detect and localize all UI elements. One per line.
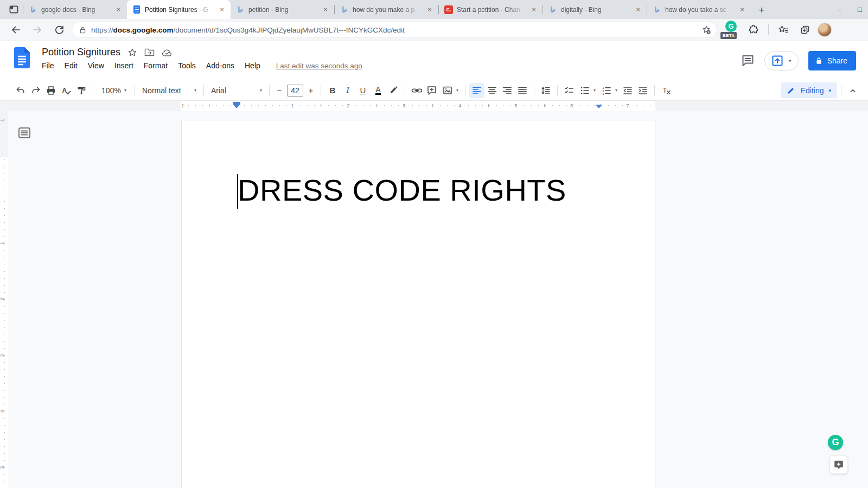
collections-button[interactable] — [796, 22, 814, 38]
highlight-color-button[interactable] — [386, 83, 401, 98]
increase-indent-button[interactable] — [635, 83, 650, 98]
redo-button[interactable] — [28, 83, 43, 98]
new-tab-button[interactable]: + — [754, 2, 769, 17]
tab-petition-bing[interactable]: petition - Bing × — [231, 0, 334, 19]
menu-format[interactable]: Format — [144, 61, 168, 70]
checklist-button[interactable] — [561, 83, 577, 98]
extensions-button[interactable] — [744, 22, 763, 38]
add-comment-button[interactable] — [424, 83, 439, 98]
grammarly-assistant-button[interactable]: G — [828, 435, 843, 450]
maximize-button[interactable]: □ — [852, 5, 868, 14]
star-document-button[interactable] — [127, 48, 137, 57]
toolbar-divider — [654, 85, 655, 96]
align-center-button[interactable] — [484, 83, 500, 98]
forward-button[interactable] — [28, 22, 47, 38]
menu-insert[interactable]: Insert — [114, 61, 133, 70]
grammarly-icon: G — [725, 21, 737, 32]
vertical-ruler[interactable]: 1 1 2 3 4 5 — [0, 111, 8, 488]
explore-button[interactable] — [829, 455, 848, 474]
url-domain: docs.google.com — [113, 26, 174, 34]
insert-link-button[interactable] — [409, 83, 424, 98]
last-edit-link[interactable]: Last edit was seconds ago — [276, 62, 362, 70]
menu-tools[interactable]: Tools — [178, 61, 196, 70]
browser-address-bar: https://docs.google.com/document/d/1scQu… — [0, 19, 868, 41]
document-text[interactable]: DRESS CODE RIGHTS — [238, 172, 566, 208]
text-color-button[interactable]: A — [371, 83, 386, 98]
tab-google-docs-bing[interactable]: google docs - Bing × — [23, 0, 127, 19]
tab-close-button[interactable]: × — [114, 5, 123, 14]
vertical-ruler-margin — [0, 111, 8, 157]
right-indent-marker[interactable] — [596, 105, 602, 108]
tab-close-button[interactable]: × — [634, 5, 642, 14]
hide-menus-button[interactable] — [845, 83, 860, 98]
text-color-icon: A — [375, 86, 380, 95]
ruler-number: 7 — [625, 102, 630, 108]
docs-header: Potition Signitures File Edit View Inser… — [0, 41, 868, 80]
font-select[interactable]: Arial▾ — [208, 83, 265, 98]
move-to-folder-button[interactable] — [144, 48, 155, 57]
align-right-button[interactable] — [500, 83, 515, 98]
refresh-button[interactable] — [50, 22, 68, 38]
tab-how-take-screenshot[interactable]: how do you take a sc × — [647, 0, 751, 19]
share-button[interactable]: Share — [808, 51, 856, 70]
paint-format-button[interactable] — [74, 83, 89, 98]
zoom-select[interactable]: 100%▾ — [97, 83, 131, 98]
docs-home-button[interactable] — [14, 47, 30, 68]
horizontal-ruler[interactable]: 1 1 2 3 4 5 6 7 — [0, 101, 868, 111]
insert-image-button[interactable]: ▾ — [439, 83, 461, 98]
increase-font-size-button[interactable]: + — [305, 83, 317, 98]
grammarly-extension-button[interactable]: G BETA — [720, 21, 741, 39]
url-field[interactable]: https://docs.google.com/document/d/1scQu… — [72, 22, 717, 38]
back-icon — [10, 24, 21, 35]
line-spacing-button[interactable] — [538, 83, 553, 98]
open-comments-button[interactable] — [741, 54, 755, 67]
bold-button[interactable]: B — [325, 83, 340, 98]
profile-avatar[interactable] — [818, 23, 832, 37]
menu-addons[interactable]: Add-ons — [206, 61, 234, 70]
tab-close-button[interactable]: × — [218, 5, 226, 14]
tab-how-make-petition[interactable]: how do you make a p × — [335, 0, 438, 19]
clear-formatting-button[interactable]: T — [659, 83, 674, 98]
add-favorite-icon[interactable] — [701, 25, 711, 35]
tab-close-button[interactable]: × — [321, 5, 330, 14]
back-button[interactable] — [7, 22, 25, 38]
tab-close-button[interactable]: × — [529, 5, 538, 14]
italic-button[interactable]: I — [340, 83, 355, 98]
ruler-number: 1 — [290, 102, 295, 108]
present-button[interactable]: ▾ — [764, 51, 799, 70]
align-left-button[interactable] — [469, 83, 484, 98]
paragraph-style-select[interactable]: Normal text▾ — [139, 83, 200, 98]
numbered-list-button[interactable]: 123▾ — [598, 83, 620, 98]
document-status-button[interactable] — [162, 48, 173, 57]
tab-title: Start a petition · Chan — [457, 6, 526, 14]
tab-potition-signitures[interactable]: Potition Signitures - G × — [127, 0, 231, 19]
document-page[interactable]: DRESS CODE RIGHTS — [181, 120, 655, 488]
decrease-font-size-button[interactable]: − — [273, 83, 285, 98]
menu-file[interactable]: File — [42, 61, 54, 70]
menu-edit[interactable]: Edit — [65, 61, 78, 70]
menu-view[interactable]: View — [88, 61, 104, 70]
document-title[interactable]: Potition Signitures — [42, 47, 120, 58]
left-indent-triangle[interactable] — [233, 105, 240, 108]
show-outline-button[interactable] — [17, 126, 31, 140]
editing-mode-select[interactable]: Editing ▾ — [781, 82, 837, 98]
underline-button[interactable]: U — [355, 83, 371, 98]
decrease-indent-button[interactable] — [620, 83, 635, 98]
tab-close-button[interactable]: × — [738, 5, 746, 14]
italic-icon: I — [347, 86, 349, 95]
print-button[interactable] — [43, 83, 59, 98]
font-size-field[interactable]: 42 — [287, 85, 303, 97]
undo-button[interactable] — [13, 83, 28, 98]
minimize-button[interactable]: – — [827, 5, 852, 14]
spellcheck-button[interactable]: A — [59, 83, 74, 98]
tab-change-org[interactable]: C. Start a petition · Chan × — [439, 0, 542, 19]
bulleted-list-button[interactable]: ▾ — [577, 83, 598, 98]
justify-button[interactable] — [515, 83, 530, 98]
left-indent-marker[interactable] — [233, 102, 240, 108]
favorites-button[interactable] — [774, 22, 793, 38]
tab-close-button[interactable]: × — [425, 5, 434, 14]
menu-help[interactable]: Help — [245, 61, 260, 70]
tab-digitally-bing[interactable]: digitally - Bing × — [543, 0, 647, 19]
vertical-tabs-button[interactable] — [4, 0, 23, 19]
toolbar-divider — [534, 85, 534, 96]
